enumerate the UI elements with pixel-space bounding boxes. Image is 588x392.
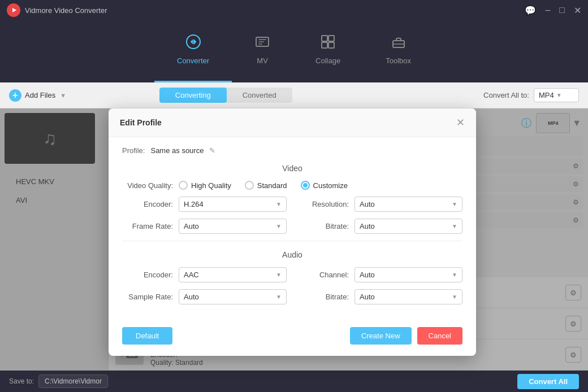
- nav-tab-mv[interactable]: MV: [232, 20, 293, 82]
- modal-footer: Default Create New Cancel: [109, 320, 476, 356]
- main-content: ♫ HEVC MKV AVI ⓘ MP4 ▼: [0, 108, 588, 371]
- video-framerate-bitrate-row: Frame Rate: Auto ▼ Bitrate: Auto ▼: [122, 219, 462, 234]
- cancel-button[interactable]: Cancel: [417, 327, 462, 345]
- maximize-icon[interactable]: □: [559, 5, 565, 15]
- add-files-label: Add Files: [25, 91, 55, 99]
- svg-rect-6: [328, 36, 334, 41]
- window-controls: 💬 – □ ✕: [525, 5, 581, 16]
- radio-customize[interactable]: Customize: [301, 181, 348, 190]
- profile-row: Profile: Same as source ✎: [122, 146, 462, 155]
- create-new-button[interactable]: Create New: [350, 327, 412, 345]
- toolbox-tab-label: Toolbox: [386, 56, 411, 65]
- modal-header: Edit Profile ✕: [109, 108, 476, 137]
- samplerate-group: Sample Rate: Auto ▼: [122, 289, 287, 304]
- minimize-icon[interactable]: –: [545, 5, 550, 15]
- encoder-value: H.264: [184, 200, 204, 208]
- profile-label-text: Profile:: [122, 146, 145, 155]
- resolution-value: Auto: [360, 200, 375, 208]
- convert-all-label: Convert All to:: [478, 91, 529, 99]
- video-bitrate-dropdown-arrow: ▼: [452, 223, 457, 229]
- add-files-button[interactable]: + Add Files ▼: [9, 89, 66, 102]
- resolution-select[interactable]: Auto ▼: [354, 197, 462, 212]
- resolution-label: Resolution:: [298, 200, 349, 208]
- modal-close-button[interactable]: ✕: [456, 116, 465, 129]
- audio-bitrate-select[interactable]: Auto ▼: [354, 289, 462, 304]
- framerate-value: Auto: [184, 222, 199, 230]
- audio-encoder-label: Encoder:: [122, 271, 173, 279]
- video-bitrate-select[interactable]: Auto ▼: [354, 219, 462, 234]
- framerate-group: Frame Rate: Auto ▼: [122, 219, 287, 234]
- toolbar: + Add Files ▼ Converting Converted Conve…: [0, 82, 588, 108]
- channel-select[interactable]: Auto ▼: [354, 267, 462, 282]
- radio-circle-customize: [301, 181, 310, 190]
- tab-group: Converting Converted: [159, 88, 292, 103]
- encoder-label: Encoder:: [122, 200, 173, 208]
- audio-section-title: Audio: [122, 250, 462, 259]
- radio-circle-standard: [245, 181, 254, 190]
- samplerate-select[interactable]: Auto ▼: [179, 289, 287, 304]
- modal-body: Profile: Same as source ✎ Video Video Qu…: [109, 137, 476, 320]
- converter-tab-label: Converter: [177, 56, 209, 65]
- edit-profile-icon[interactable]: ✎: [209, 146, 215, 155]
- save-path[interactable]: C:\Vidmore\Vidmor: [38, 374, 108, 388]
- modal-overlay: Edit Profile ✕ Profile: Same as source ✎…: [0, 108, 588, 371]
- audio-bitrate-label: Bitrate:: [298, 293, 349, 301]
- video-bitrate-group: Bitrate: Auto ▼: [298, 219, 462, 234]
- framerate-label: Frame Rate:: [122, 222, 173, 230]
- encoder-group: Encoder: H.264 ▼: [122, 197, 287, 212]
- nav-tab-toolbox[interactable]: Toolbox: [363, 20, 434, 82]
- converted-tab[interactable]: Converted: [227, 88, 292, 103]
- audio-samplerate-bitrate-row: Sample Rate: Auto ▼ Bitrate: Auto ▼: [122, 289, 462, 304]
- convert-all-button[interactable]: Convert All: [517, 374, 579, 389]
- save-to-label: Save to:: [9, 377, 34, 385]
- channel-dropdown-arrow: ▼: [452, 272, 457, 278]
- samplerate-label: Sample Rate:: [122, 293, 173, 301]
- format-dropdown-icon: ▼: [556, 92, 562, 98]
- svg-rect-7: [322, 42, 327, 48]
- framerate-select[interactable]: Auto ▼: [179, 219, 287, 234]
- chat-icon[interactable]: 💬: [525, 5, 536, 16]
- radio-label-standard: Standard: [257, 181, 287, 190]
- add-files-dropdown-icon[interactable]: ▼: [60, 92, 66, 99]
- section-divider: [122, 241, 462, 241]
- video-section-title: Video: [122, 164, 462, 173]
- converting-tab[interactable]: Converting: [159, 88, 227, 103]
- profile-value-text: Same as source: [150, 146, 204, 155]
- resolution-group: Resolution: Auto ▼: [298, 197, 462, 212]
- audio-encoder-channel-row: Encoder: AAC ▼ Channel: Auto ▼: [122, 267, 462, 282]
- audio-encoder-value: AAC: [184, 271, 199, 279]
- format-select[interactable]: MP4 ▼: [534, 88, 579, 102]
- footer-right-buttons: Create New Cancel: [350, 327, 462, 345]
- close-icon[interactable]: ✕: [574, 5, 581, 16]
- convert-all-section: Convert All to: MP4 ▼: [478, 88, 579, 102]
- encoder-dropdown-arrow: ▼: [276, 201, 282, 207]
- encoder-select[interactable]: H.264 ▼: [179, 197, 287, 212]
- channel-label: Channel:: [298, 271, 349, 279]
- collage-tab-label: Collage: [315, 56, 340, 65]
- nav-bar: Converter MV Collage: [0, 20, 588, 82]
- modal-title: Edit Profile: [120, 118, 162, 127]
- radio-high-quality[interactable]: High Quality: [179, 181, 231, 190]
- converter-icon: [185, 34, 201, 53]
- video-bitrate-value: Auto: [360, 222, 375, 230]
- framerate-dropdown-arrow: ▼: [276, 223, 282, 229]
- audio-bitrate-value: Auto: [360, 293, 375, 301]
- svg-rect-5: [322, 36, 327, 41]
- channel-value: Auto: [360, 271, 375, 279]
- samplerate-dropdown-arrow: ▼: [276, 294, 282, 300]
- add-icon: +: [9, 89, 21, 102]
- resolution-dropdown-arrow: ▼: [452, 201, 457, 207]
- audio-encoder-select[interactable]: AAC ▼: [179, 267, 287, 282]
- default-button[interactable]: Default: [122, 327, 172, 345]
- radio-standard[interactable]: Standard: [245, 181, 287, 190]
- collage-icon: [320, 34, 336, 53]
- audio-bitrate-group: Bitrate: Auto ▼: [298, 289, 462, 304]
- app-title: Vidmore Video Converter: [25, 6, 107, 15]
- audio-bitrate-dropdown-arrow: ▼: [452, 294, 457, 300]
- radio-circle-high: [179, 181, 188, 190]
- nav-tab-converter[interactable]: Converter: [154, 20, 232, 82]
- samplerate-value: Auto: [184, 293, 199, 301]
- nav-tab-collage[interactable]: Collage: [293, 20, 363, 82]
- audio-encoder-group: Encoder: AAC ▼: [122, 267, 287, 282]
- bottom-bar: Save to: C:\Vidmore\Vidmor Convert All: [0, 371, 588, 392]
